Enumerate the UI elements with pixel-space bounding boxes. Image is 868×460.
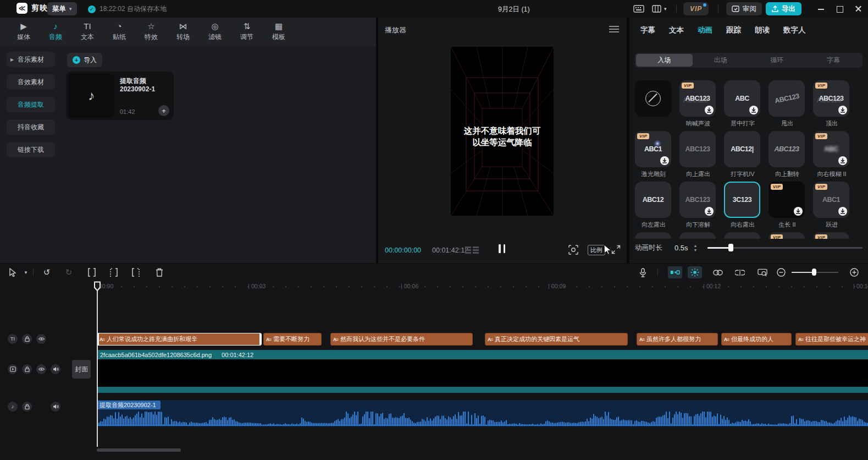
text-clip[interactable]: 需要不断努力 [263, 333, 322, 346]
animation-subtab[interactable]: 字幕 [805, 54, 862, 67]
text-clip[interactable]: 但最终成功的人 [721, 333, 792, 346]
animation-tile[interactable]: 3C123 [724, 182, 760, 218]
media-tab[interactable]: ▦ 模板 [263, 18, 295, 46]
timeline-zoom-handle[interactable] [812, 269, 816, 276]
media-tab[interactable]: ⋈ 转场 [167, 18, 199, 46]
duration-slider[interactable] [707, 244, 863, 251]
layout-chevron-icon[interactable]: ▾ [664, 6, 667, 12]
playhead-handle[interactable] [93, 281, 101, 292]
media-tab[interactable]: ▶ 媒体 [8, 18, 40, 46]
export-button[interactable]: 导出 [766, 2, 801, 15]
text-clip[interactable]: 人们常说成功之路充满曲折和艰辛 [97, 333, 262, 346]
animation-tile[interactable]: VIP [769, 232, 805, 239]
sidebar-item[interactable]: 音频提取 [7, 97, 55, 112]
animation-tile[interactable]: VIP ABC123 [813, 80, 849, 117]
eye-icon[interactable] [36, 364, 46, 374]
text-clip[interactable]: 虽然许多人都很努力 [637, 333, 718, 346]
playhead-line[interactable] [97, 282, 98, 447]
undo-button[interactable]: ↺ [42, 267, 52, 277]
media-tab[interactable]: ☆ 特效 [135, 18, 167, 46]
split-button[interactable] [87, 267, 97, 277]
select-tool-chevron[interactable]: ▾ [21, 267, 31, 277]
import-button[interactable]: 导入 [67, 53, 102, 67]
unlink-clips-button[interactable] [735, 267, 745, 277]
preview-quality-icon[interactable] [568, 245, 578, 255]
link-clips-button[interactable] [713, 267, 723, 277]
zoom-in-button[interactable] [849, 267, 859, 277]
animation-tile[interactable]: ABC123 [679, 131, 716, 167]
record-voiceover-button[interactable] [638, 267, 648, 277]
delete-right-button[interactable] [131, 267, 141, 277]
add-to-track-button[interactable] [158, 105, 169, 116]
animation-tile[interactable]: ABC12 [635, 182, 671, 218]
animation-tile[interactable]: ABC12| [724, 131, 760, 167]
redo-button[interactable]: ↻ [64, 267, 74, 277]
menu-button[interactable]: 菜单 ▾ [47, 2, 77, 15]
select-tool-button[interactable] [8, 267, 18, 277]
horizontal-scrollbar[interactable] [97, 448, 181, 452]
animation-tile[interactable] [724, 232, 760, 239]
auto-snap-toggle[interactable] [688, 266, 702, 278]
video-clip[interactable]: 2fcaacb5a061b4a502dfe1208635c6d.png 00:0… [97, 350, 868, 393]
aspect-ratio-button[interactable]: 比例 [588, 245, 605, 255]
minimize-button[interactable] [817, 4, 826, 13]
animation-subtab[interactable]: 出场 [693, 54, 749, 67]
media-tab[interactable]: ⇅ 调节 [231, 18, 263, 46]
pause-button[interactable] [498, 244, 506, 253]
layout-switch-icon[interactable] [652, 5, 661, 13]
animation-tile[interactable]: ABC123 [679, 182, 716, 218]
panel-tab[interactable]: 跟踪 [726, 25, 741, 35]
lock-icon[interactable] [22, 402, 32, 412]
sidebar-item[interactable]: ▶ 音乐素材 [7, 52, 55, 67]
eye-icon[interactable] [36, 334, 46, 344]
maximize-button[interactable] [836, 4, 844, 13]
audio-clip[interactable]: 提取音频20230902-1 [97, 400, 868, 427]
duration-slider-handle[interactable] [728, 244, 733, 251]
video-preview[interactable]: 这并不意味着我们可 以坐等运气降临 [451, 47, 554, 216]
delete-left-button[interactable] [109, 267, 119, 277]
panel-tab[interactable]: 数字人 [783, 25, 806, 35]
text-clip[interactable]: 真正决定成功的关键因素是运气 [485, 333, 628, 346]
mute-icon[interactable] [51, 364, 60, 374]
animation-tile[interactable]: ABC123 [769, 131, 805, 167]
animation-tile[interactable]: VIP [769, 182, 805, 218]
media-tab[interactable]: ♪ 音频 [40, 18, 71, 46]
duration-stepper[interactable]: ▲▼ [694, 244, 698, 252]
audio-asset-card[interactable]: ♪ 提取音频 20230902-1 01:42 [66, 72, 174, 120]
cover-button[interactable]: 封面 [72, 360, 91, 379]
vip-badge[interactable]: VIP [683, 2, 709, 15]
mute-icon[interactable] [51, 402, 60, 412]
media-tab[interactable]: TI 文本 [71, 18, 103, 46]
review-button[interactable]: 审阅 [726, 2, 762, 15]
magnetic-snap-toggle[interactable] [668, 266, 682, 278]
sidebar-item[interactable]: 抖音收藏 [7, 119, 55, 135]
delete-button[interactable] [154, 267, 164, 277]
animation-tile[interactable]: VIP ABC1 [813, 182, 849, 218]
zoom-out-button[interactable] [776, 267, 786, 277]
panel-tab[interactable]: 动画 [698, 25, 712, 35]
panel-tab[interactable]: 朗读 [755, 25, 770, 35]
sidebar-item[interactable]: 音效素材 [7, 74, 55, 90]
lock-icon[interactable] [22, 334, 32, 344]
animation-tile[interactable]: ABC [724, 80, 760, 117]
frame-list-icon[interactable] [465, 246, 479, 254]
media-tab[interactable]: ◎ 滤镜 [199, 18, 231, 46]
player-menu-icon[interactable] [609, 26, 619, 32]
panel-tab[interactable]: 文本 [669, 25, 684, 35]
text-clip[interactable]: 然而我认为这些并不是必要条件 [330, 333, 473, 346]
panel-tab[interactable]: 字幕 [640, 25, 655, 35]
animation-tile[interactable]: ABC123 [769, 80, 805, 117]
animation-tile[interactable] [635, 80, 671, 117]
shortcut-keyboard-icon[interactable] [633, 5, 644, 13]
animation-tile[interactable]: VIP ABC [813, 131, 849, 167]
text-clip[interactable]: 往往是那些被幸运之神 [795, 333, 868, 346]
fullscreen-icon[interactable] [611, 245, 621, 254]
animation-tile[interactable] [679, 232, 716, 239]
animation-tile[interactable] [635, 232, 671, 239]
animation-subtab[interactable]: 循环 [749, 54, 805, 67]
close-button[interactable] [854, 4, 863, 13]
animation-tile[interactable]: VIP ABC123 [679, 80, 716, 117]
animation-tile[interactable]: VIP [813, 232, 849, 239]
animation-subtab[interactable]: 入场 [636, 54, 693, 67]
sidebar-item[interactable]: 链接下载 [7, 142, 55, 157]
